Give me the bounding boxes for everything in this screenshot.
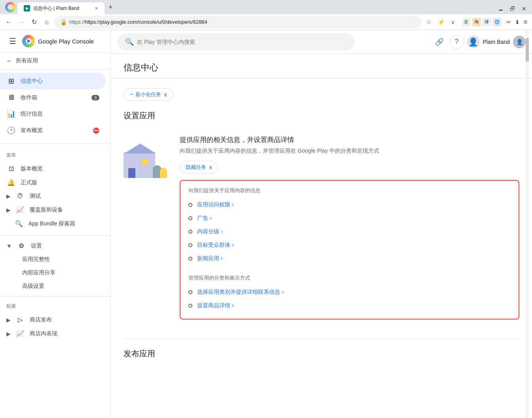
task-item-6[interactable]: 选择应用类别并提供详细联系信息 › (188, 286, 511, 299)
version-overview-label: 版本概览 (21, 165, 43, 172)
page-title-section: 信息中心 (111, 54, 532, 79)
sidebar-item-store-publish[interactable]: ▶ ▷ 商店发布 (0, 313, 106, 327)
publish-section-title: 发布应用 (124, 348, 519, 359)
bookmark-btn[interactable]: ☆ (423, 17, 434, 28)
header-actions: 🔗 ? 👤 Plam Band 👤 (432, 35, 526, 49)
sidebar-sub-item-advanced[interactable]: 高级设置 (0, 280, 106, 293)
scrollbar-thumb[interactable] (526, 38, 529, 62)
test-expand-icon: ▶ (6, 193, 11, 199)
task-item-5[interactable]: 新闻应用 › (188, 252, 511, 265)
sidebar-back-btn[interactable]: ← 所有应用 (0, 53, 110, 70)
browser-logo (3, 0, 17, 14)
store-publish-expand-icon: ▶ (6, 317, 11, 323)
main-content: 信息中心 − 最小化任务 ∨ 设置应用 (111, 54, 532, 418)
sidebar-sub-item-completeness[interactable]: 应用完整性 (0, 253, 106, 266)
sidebar-divider-2 (0, 235, 110, 236)
sidebar-item-coverage[interactable]: ▶ 📈 覆盖面和设备 (0, 203, 106, 217)
stats-label: 统计信息 (21, 110, 43, 117)
minimize-tasks-bar: − 最小化任务 ∨ (124, 88, 519, 101)
store-performance-label: 商店内表现 (30, 330, 57, 337)
inbox-badge: 3 (91, 95, 99, 100)
maximize-window-btn[interactable]: 🗗 (507, 5, 518, 13)
new-tab-btn[interactable]: + (104, 2, 117, 12)
setup-section-title: 设置应用 (124, 110, 519, 121)
sidebar-item-inbox-center[interactable]: ⊞ 信息中心 (0, 73, 106, 89)
task-link-1: 应用访问权限 › (197, 201, 234, 208)
task-bullet-4 (188, 243, 192, 247)
sidebar-item-inbox[interactable]: 🖥 收件箱 3 (0, 89, 106, 106)
task-item-2[interactable]: 广告 › (188, 212, 511, 225)
link-icon-btn[interactable]: 🔗 (432, 35, 446, 49)
nav-back-btn[interactable]: ← (3, 17, 14, 28)
app-bundle-label: App Bundle 探索器 (28, 220, 75, 227)
user-avatar-placeholder: 👤 (467, 36, 480, 48)
advanced-label: 高级设置 (22, 283, 44, 290)
app-bundle-icon: 🔍 (14, 220, 24, 227)
lightning-btn[interactable]: ⚡ (436, 17, 447, 28)
scrollbar-track (526, 30, 529, 418)
toolbar-menu-btn[interactable]: ≡ (522, 18, 529, 26)
setup-heading: 提供应用的相关信息，并设置商品详情 (180, 135, 519, 144)
publish-overview-badge: ⛔ (93, 127, 99, 134)
sidebar-section-expand: 拓展 ▶ ▷ 商店发布 ▶ 📈 商店内表现 (0, 298, 110, 342)
url-bar[interactable]: 🔒 https://https://play.google.com/consol… (54, 16, 422, 28)
url-chevron-btn[interactable]: ∨ (448, 18, 457, 26)
user-section[interactable]: 👤 Plam Band (467, 36, 510, 48)
play-logo: Google Play Console (22, 35, 94, 47)
ext-icon-1[interactable]: 京 (462, 18, 471, 26)
sidebar-sub-item-internal-share[interactable]: 内部应用分享 (0, 266, 106, 280)
tasks-group2-label: 管理应用的分类和展示方式 (188, 274, 511, 282)
tab-favicon: ▶ (24, 5, 30, 11)
store-publish-icon: ▷ (15, 316, 25, 323)
sidebar-item-version-overview[interactable]: ⊡ 版本概览 (0, 162, 106, 176)
ext-icon-3[interactable]: 译 (483, 18, 491, 26)
sidebar-item-store-performance[interactable]: ▶ 📈 商店内表现 (0, 327, 106, 340)
tab-title: 信息中心 | Plam Band (33, 5, 79, 12)
back-arrow-icon: ← (6, 57, 13, 64)
sidebar-item-test[interactable]: ▶ ⏱ 测试 (0, 189, 106, 203)
sidebar: ☰ Google Play Console ← 所有应用 ⊞ 信息中心 (0, 30, 111, 418)
sidebar-menu-btn[interactable]: ☰ (6, 35, 19, 47)
release-icon: 🔔 (6, 179, 16, 186)
completeness-label: 应用完整性 (22, 256, 50, 263)
play-logo-icon (22, 35, 35, 47)
task-item-1[interactable]: 应用访问权限 › (188, 198, 511, 212)
sidebar-item-publish-overview[interactable]: 🕐 发布概览 ⛔ (0, 122, 106, 139)
user-avatar-icon[interactable]: 👤 (513, 36, 526, 48)
setup-card: 提供应用的相关信息，并设置商品详情 向我们提供关于应用内容的信息，并管理应用在 … (124, 129, 519, 326)
task-item-7[interactable]: 设置商品详情 › (188, 299, 511, 312)
task-link-5: 新闻应用 › (197, 255, 223, 262)
coverage-label: 覆盖面和设备 (30, 206, 63, 214)
sidebar-item-release[interactable]: 🔔 正式版 (0, 176, 106, 189)
task-bullet-6 (188, 290, 192, 294)
stats-icon: 📊 (6, 110, 16, 118)
search-bar[interactable]: 🔍 (117, 33, 355, 51)
play-logo-text: Google Play Console (38, 38, 94, 45)
task-item-3[interactable]: 内容分级 › (188, 225, 511, 238)
page-title: 信息中心 (124, 62, 519, 74)
close-window-btn[interactable]: ✕ (519, 5, 529, 13)
sidebar-expand-title: 拓展 (0, 300, 110, 313)
task-item-4[interactable]: 目标受众群体 › (188, 238, 511, 252)
nav-reload-btn[interactable]: ↻ (28, 17, 40, 28)
toggle-tasks-btn[interactable]: 隐藏任务 ∧ (180, 161, 218, 174)
active-tab[interactable]: ▶ 信息中心 | Plam Band × (17, 2, 104, 14)
toolbar-actions: ✂ ⬇ ≡ (505, 18, 529, 26)
ext-icon-4[interactable]: 🌐 (493, 18, 502, 26)
sidebar-settings-header[interactable]: ▼ ⚙ 设置 (0, 239, 110, 253)
minimize-tasks-btn[interactable]: − 最小化任务 ∨ (124, 88, 173, 101)
right-panel: 🔍 🔗 ? 👤 Plam Band 👤 信息中心 (111, 30, 532, 418)
sidebar-item-app-bundle[interactable]: 🔍 App Bundle 探索器 (0, 217, 106, 231)
test-label: 测试 (30, 193, 41, 200)
toolbar-download-btn[interactable]: ⬇ (513, 18, 521, 26)
tab-close-btn[interactable]: × (95, 6, 98, 11)
publish-overview-label: 发布概览 (21, 127, 88, 134)
minimize-window-btn[interactable]: 🗕 (496, 5, 506, 13)
toolbar-scissors-btn[interactable]: ✂ (505, 18, 513, 26)
help-icon-btn[interactable]: ? (450, 35, 464, 49)
ext-icon-2[interactable]: 淘 (472, 18, 481, 26)
nav-forward-btn[interactable]: → (16, 17, 27, 28)
nav-home-btn[interactable]: ⌂ (41, 17, 52, 28)
sidebar-item-stats[interactable]: 📊 统计信息 (0, 106, 106, 122)
search-input[interactable] (137, 39, 347, 45)
